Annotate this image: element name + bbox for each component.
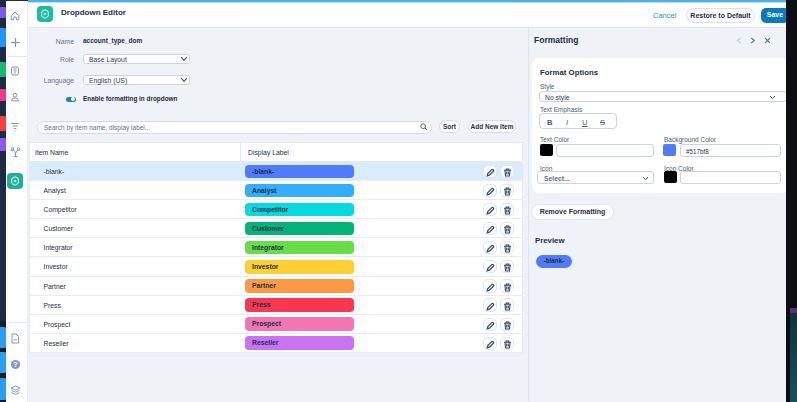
svg-text:?: ? [13, 361, 17, 368]
